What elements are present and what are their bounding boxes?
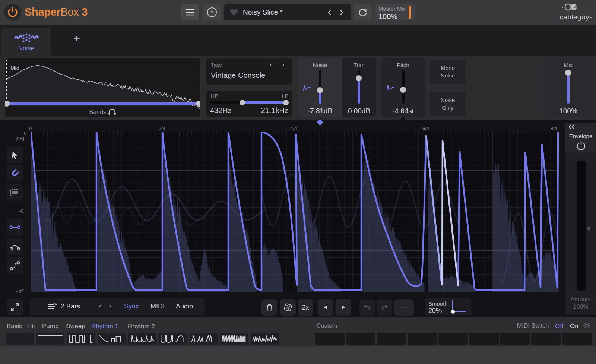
- svg-text:cableguys: cableguys: [559, 13, 592, 21]
- svg-text:?: ?: [210, 9, 214, 16]
